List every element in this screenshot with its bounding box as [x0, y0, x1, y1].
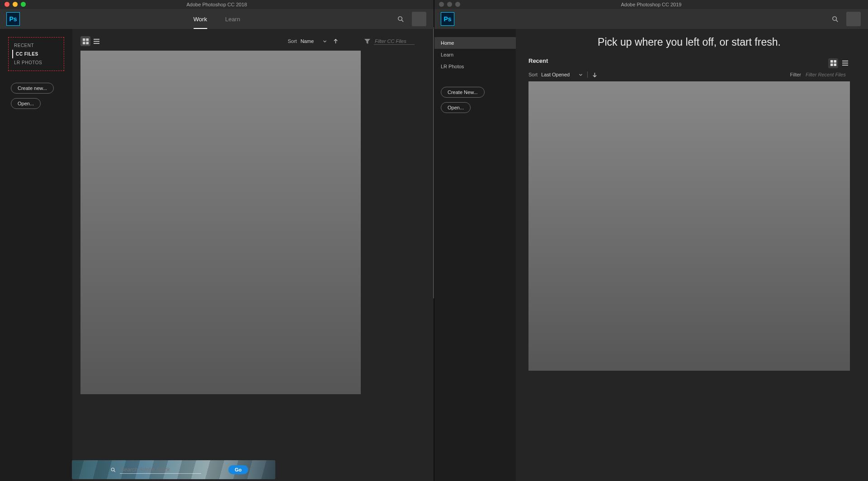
svg-marker-10: [364, 38, 370, 43]
list-view-icon[interactable]: [91, 36, 101, 46]
chevron-down-icon: [323, 39, 327, 43]
chevron-down-icon: [579, 73, 583, 77]
svg-rect-7: [94, 41, 99, 42]
adobe-stock-bar: Go: [72, 460, 275, 479]
open-button[interactable]: Open...: [11, 98, 41, 109]
sidebar-item-home[interactable]: Home: [434, 37, 516, 49]
titlebar-2019: Adobe Photoshop CC 2019: [434, 0, 868, 9]
svg-rect-6: [94, 38, 99, 39]
view-toggle: [80, 36, 101, 46]
view-toggle: [828, 58, 850, 68]
sidebar-2018: RECENT CC FILES LR PHOTOS Create new... …: [0, 29, 72, 481]
svg-point-0: [398, 16, 402, 20]
adobe-stock-search-input[interactable]: [120, 466, 201, 474]
sort-direction-icon[interactable]: [333, 39, 338, 44]
filter-input[interactable]: [374, 38, 415, 45]
split-handle[interactable]: [433, 27, 434, 298]
sort-control[interactable]: Sort Name: [288, 38, 327, 44]
sort-label: Sort: [288, 38, 297, 44]
svg-rect-20: [842, 63, 848, 64]
document-preview[interactable]: [80, 51, 361, 394]
filter-icon[interactable]: [364, 38, 370, 44]
sort-label: Sort: [528, 72, 538, 77]
svg-rect-8: [94, 43, 99, 44]
create-new-button[interactable]: Create New...: [441, 87, 485, 98]
account-avatar[interactable]: [412, 12, 426, 26]
content-2019: Pick up where you left off, or start fre…: [516, 29, 868, 481]
sort-value: Last Opened: [541, 72, 570, 77]
content-2018: Sort Name: [72, 29, 434, 481]
window-title: Adobe Photoshop CC 2019: [621, 2, 682, 7]
open-button[interactable]: Open...: [441, 102, 471, 113]
sidebar-item-learn[interactable]: Learn: [434, 49, 516, 61]
filter-label: Filter: [790, 72, 801, 77]
svg-point-13: [833, 16, 837, 20]
svg-rect-3: [86, 38, 89, 41]
window-controls: [439, 2, 460, 7]
svg-line-1: [401, 20, 403, 22]
svg-line-14: [836, 20, 838, 22]
zoom-window-icon[interactable]: [455, 2, 460, 7]
sort-direction-icon[interactable]: [592, 72, 597, 77]
welcome-headline: Pick up where you left off, or start fre…: [528, 36, 850, 48]
sidebar-item-lr-photos[interactable]: LR Photos: [434, 61, 516, 72]
window-photoshop-2018: Adobe Photoshop CC 2018 Ps Work Learn RE…: [0, 0, 434, 481]
sidebar-2019: Home Learn LR Photos Create New... Open.…: [434, 29, 516, 481]
sidebar-nav-highlight: RECENT CC FILES LR PHOTOS: [8, 37, 64, 71]
sidebar-item-lr-photos[interactable]: LR PHOTOS: [12, 58, 60, 67]
sidebar-item-cc-files[interactable]: CC FILES: [12, 50, 60, 58]
close-window-icon[interactable]: [439, 2, 444, 7]
photoshop-logo-icon[interactable]: Ps: [6, 12, 20, 26]
close-window-icon[interactable]: [5, 2, 9, 7]
titlebar-2018: Adobe Photoshop CC 2018: [0, 0, 434, 9]
minimize-window-icon[interactable]: [13, 2, 18, 7]
window-controls: [5, 2, 26, 7]
list-view-icon[interactable]: [840, 58, 850, 68]
svg-rect-4: [83, 42, 85, 44]
svg-line-12: [113, 470, 115, 472]
svg-point-11: [111, 468, 114, 471]
divider: [587, 71, 588, 78]
filter-input[interactable]: [805, 71, 850, 78]
svg-rect-19: [842, 61, 848, 61]
sort-value: Name: [301, 38, 314, 44]
document-preview[interactable]: [528, 81, 850, 371]
create-new-button[interactable]: Create new...: [11, 83, 54, 94]
account-avatar[interactable]: [846, 12, 861, 26]
svg-rect-18: [834, 63, 836, 66]
photoshop-logo-icon[interactable]: Ps: [441, 12, 454, 26]
window-title: Adobe Photoshop CC 2018: [187, 2, 247, 7]
grid-view-icon[interactable]: [828, 58, 838, 68]
svg-rect-17: [830, 63, 833, 66]
search-icon: [110, 467, 116, 473]
minimize-window-icon[interactable]: [447, 2, 452, 7]
search-icon[interactable]: [397, 15, 405, 23]
tab-learn[interactable]: Learn: [225, 9, 240, 29]
header-2018: Ps Work Learn: [0, 9, 434, 29]
search-icon[interactable]: [831, 15, 839, 23]
zoom-window-icon[interactable]: [21, 2, 26, 7]
section-title-recent: Recent: [528, 57, 548, 64]
sidebar-item-recent[interactable]: RECENT: [12, 41, 60, 50]
svg-rect-15: [830, 60, 833, 63]
svg-rect-21: [842, 65, 848, 66]
svg-rect-2: [83, 38, 85, 41]
svg-rect-16: [834, 60, 836, 63]
grid-view-icon[interactable]: [80, 36, 90, 46]
svg-rect-5: [86, 42, 89, 44]
window-photoshop-2019: Adobe Photoshop CC 2019 Ps Home Learn LR…: [434, 0, 868, 481]
tab-work[interactable]: Work: [193, 9, 207, 29]
header-2019: Ps: [434, 9, 868, 29]
sort-control[interactable]: Sort Last Opened: [528, 72, 583, 77]
adobe-stock-go-button[interactable]: Go: [228, 465, 248, 474]
